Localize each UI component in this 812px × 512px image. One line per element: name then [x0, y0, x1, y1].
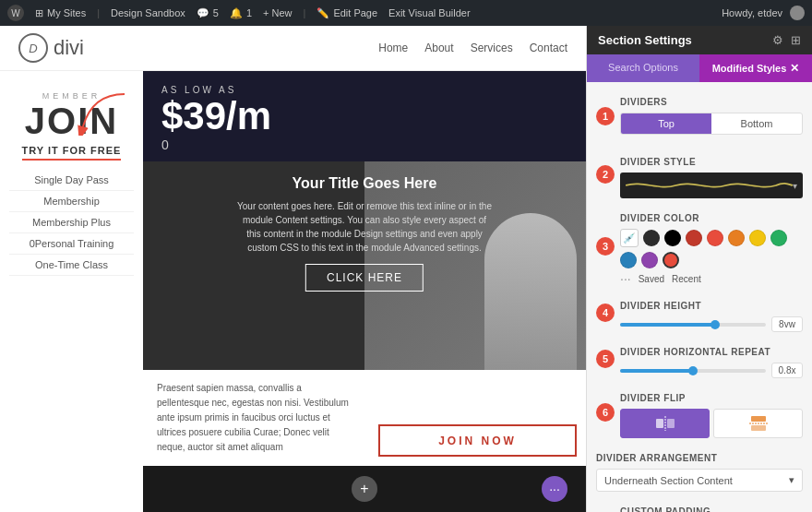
saved-label[interactable]: Saved — [639, 274, 664, 284]
menu-membership-plus[interactable]: Membership Plus — [9, 212, 134, 233]
flip-horizontal-btn[interactable] — [620, 409, 710, 438]
flip-row-container: 6 Divider Flip — [596, 386, 803, 438]
dividers-badge: 1 — [596, 107, 615, 125]
height-slider-track[interactable] — [620, 323, 766, 327]
tab-close-icon[interactable]: ✕ — [790, 62, 799, 75]
more-options-button[interactable]: ··· — [542, 476, 567, 502]
swatch-purple[interactable] — [641, 252, 658, 268]
arrangement-dropdown[interactable]: Underneath Section Content ▾ — [596, 469, 803, 492]
swatch-yellow[interactable] — [749, 230, 766, 246]
height-slider-thumb[interactable] — [710, 320, 720, 329]
toggle-top[interactable]: Top — [621, 113, 711, 134]
toggle-bottom[interactable]: Bottom — [711, 113, 802, 134]
edit-page-link[interactable]: ✏️ Edit Page — [316, 7, 377, 19]
color-more-dots[interactable]: ··· — [620, 271, 631, 286]
sep2: | — [304, 7, 306, 18]
dividers-toggle: Top Bottom — [620, 113, 803, 135]
wp-logo[interactable]: W — [7, 5, 24, 21]
height-label: Divider Height — [620, 301, 803, 311]
logo-text: divi — [54, 36, 84, 60]
svg-rect-2 — [667, 419, 675, 428]
modified-styles-label: Modified Styles — [712, 63, 787, 74]
swatch-dark[interactable] — [643, 230, 660, 246]
panel-tabs: Search Options Modified Styles ✕ — [587, 54, 812, 82]
color-content: Divider Color 💉 — [620, 206, 803, 286]
user-avatar[interactable] — [790, 6, 805, 20]
panel-header: Section Settings ⚙ ⊞ — [587, 26, 812, 54]
swatch-red2[interactable] — [707, 230, 723, 246]
page-preview: D divi Home About Services Contact — [0, 26, 586, 512]
add-module-button[interactable]: + — [352, 476, 377, 502]
flip-badge: 6 — [596, 403, 615, 422]
alert-icon: 🔔 — [230, 7, 243, 19]
swatch-orange[interactable] — [728, 230, 745, 246]
repeat-slider-row: 0.8x — [620, 363, 803, 378]
recent-label[interactable]: Recent — [672, 274, 701, 284]
exit-builder-link[interactable]: Exit Visual Builder — [388, 7, 470, 18]
swatch-pink[interactable] — [663, 252, 679, 268]
repeat-slider-fill — [620, 369, 693, 373]
swatch-black[interactable] — [664, 230, 681, 246]
admin-bar: W ⊞ My Sites | Design Sandbox 💬 5 🔔 1 + … — [0, 0, 812, 26]
menu-single-day[interactable]: Single Day Pass — [9, 170, 134, 191]
price-display: $39/m — [161, 95, 567, 137]
style-label: Divider Style — [620, 157, 803, 167]
repeat-value: 0.8x — [771, 363, 803, 378]
menu-membership[interactable]: Membership — [9, 191, 134, 212]
dividers-label: Dividers — [620, 97, 803, 107]
menu-personal-training[interactable]: 0Personal Training — [9, 233, 134, 255]
svg-rect-1 — [656, 419, 663, 428]
nav-home[interactable]: Home — [378, 42, 408, 54]
repeat-slider-track[interactable] — [620, 369, 766, 373]
height-content: Divider Height 8vw — [620, 293, 803, 332]
panel-title: Section Settings — [598, 33, 692, 47]
my-sites-link[interactable]: ⊞ My Sites — [35, 7, 86, 19]
click-here-button[interactable]: Click Here — [305, 264, 424, 292]
new-label: + New — [263, 7, 293, 18]
panel-body: 1 Dividers Top Bottom 2 Divider Style — [587, 82, 812, 512]
comments-link[interactable]: 💬 5 — [197, 7, 219, 19]
alerts-link[interactable]: 🔔 1 — [230, 7, 252, 19]
comment-count: 5 — [213, 7, 219, 18]
nav-services[interactable]: Services — [471, 42, 513, 54]
nav-about[interactable]: About — [424, 42, 453, 54]
tab-search-options[interactable]: Search Options — [587, 54, 699, 82]
price-sub: 0 — [161, 137, 567, 152]
hero-title: Your Title Goes Here — [236, 175, 493, 192]
svg-rect-5 — [751, 425, 766, 431]
svg-rect-4 — [751, 416, 766, 422]
swatch-green[interactable] — [770, 230, 787, 246]
expand-icon[interactable]: ⊞ — [791, 33, 801, 47]
color-label: Divider Color — [620, 213, 803, 223]
menu-one-time-class[interactable]: One-Time Class — [9, 255, 134, 276]
flip-content: Divider Flip — [620, 386, 803, 438]
tab-modified-styles[interactable]: Modified Styles ✕ — [699, 54, 812, 82]
height-badge: 4 — [596, 304, 615, 322]
exit-builder-label: Exit Visual Builder — [388, 7, 470, 18]
flip-vertical-btn[interactable] — [713, 409, 803, 438]
swatch-red1[interactable] — [686, 230, 702, 246]
design-sandbox-link[interactable]: Design Sandbox — [111, 7, 185, 18]
my-sites-icon: ⊞ — [35, 7, 43, 19]
logo-circle: D — [18, 33, 48, 63]
height-slider-row: 8vw — [620, 316, 803, 332]
page-body: MEMBER JOIN TRY IT FOR FREE Single Day P… — [0, 71, 586, 512]
join-now-banner[interactable]: JOIN NOW — [378, 424, 577, 457]
flip-v-icon — [748, 415, 769, 432]
arrangement-value: Underneath Section Content — [604, 475, 733, 486]
comments-icon: 💬 — [197, 7, 209, 19]
settings-icon[interactable]: ⚙ — [772, 33, 783, 47]
swatch-blue[interactable] — [620, 252, 637, 268]
eyedropper-tool[interactable]: 💉 — [620, 229, 639, 247]
search-options-label: Search Options — [608, 62, 678, 73]
repeat-slider-thumb[interactable] — [688, 366, 698, 375]
new-link[interactable]: + New — [263, 7, 293, 18]
height-value: 8vw — [771, 316, 803, 332]
style-dropdown[interactable]: ▾ — [620, 173, 803, 198]
repeat-row: 5 Divider Horizontal Repeat 0.8x — [596, 339, 803, 378]
repeat-content: Divider Horizontal Repeat 0.8x — [620, 339, 803, 378]
red-arrow — [74, 89, 129, 136]
nav-contact[interactable]: Contact — [530, 42, 567, 54]
edit-page-label: Edit Page — [333, 7, 377, 18]
flip-h-icon — [655, 415, 675, 432]
